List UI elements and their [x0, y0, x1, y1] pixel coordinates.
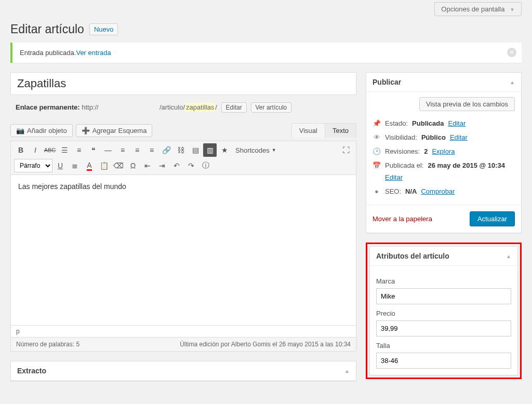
publish-title: Publicar [373, 78, 401, 86]
view-article-button[interactable]: Ver artículo [251, 102, 292, 113]
preview-changes-button[interactable]: Vista previa de los cambios [419, 97, 515, 111]
word-count: Número de palabras: 5 [16, 341, 79, 348]
state-label: Estado: [385, 119, 408, 127]
tab-text[interactable]: Texto [325, 123, 356, 138]
move-to-trash-link[interactable]: Mover a la papelera [373, 215, 432, 223]
excerpt-title: Extracto [17, 367, 46, 375]
bullet-list-icon[interactable]: ☰ [58, 143, 71, 157]
marca-label: Marca [376, 277, 511, 285]
strikethrough-icon[interactable]: ABC [43, 143, 57, 157]
unlink-icon[interactable]: ⛓ [174, 143, 188, 157]
edit-state-link[interactable]: Editar [448, 119, 466, 127]
justify-icon[interactable]: ≣ [68, 159, 82, 172]
attributes-title: Atributos del artículo [376, 252, 449, 260]
editor-toolbar: B I ABC ☰ ≡ ❝ — ≡ ≡ ≡ 🔗 ⛓ ▤ ▥ ★ Shortcod… [10, 141, 356, 175]
hr-icon[interactable]: — [101, 143, 115, 157]
link-icon[interactable]: 🔗 [159, 143, 173, 157]
revisions-value: 2 [424, 147, 428, 155]
talla-label: Talla [376, 342, 511, 349]
more-icon[interactable]: ▤ [189, 143, 202, 157]
clear-format-icon[interactable]: ⌫ [112, 159, 125, 172]
help-icon[interactable]: ⓘ [199, 159, 212, 172]
editor-path: p [10, 326, 356, 338]
revisions-label: Revisiones: [385, 147, 420, 155]
italic-icon[interactable]: I [29, 143, 42, 157]
visibility-value: Público [421, 133, 446, 141]
permalink-mid: /articulo/ [159, 103, 185, 111]
dot-icon: ● [373, 187, 381, 195]
toolbar-toggle-icon[interactable]: ▥ [203, 143, 217, 157]
attributes-box-header[interactable]: Atributos del artículo ▲ [370, 247, 517, 266]
redo-icon[interactable]: ↷ [184, 159, 198, 172]
chevron-down-icon: ▼ [272, 147, 276, 153]
precio-label: Precio [376, 309, 511, 317]
browse-revisions-link[interactable]: Explora [432, 147, 455, 155]
add-schema-button[interactable]: ➕ Agregar Esquema [76, 124, 153, 137]
underline-icon[interactable]: U [54, 159, 67, 172]
seo-value: N/A [405, 187, 417, 195]
blockquote-icon[interactable]: ❝ [87, 143, 100, 157]
screen-options-button[interactable]: Opciones de pantalla ▼ [434, 2, 522, 16]
permalink-label: Enlace permanente: [16, 103, 80, 111]
numbered-list-icon[interactable]: ≡ [72, 143, 86, 157]
talla-input[interactable] [376, 353, 511, 369]
text-color-icon[interactable]: A [83, 159, 96, 172]
chevron-up-icon: ▲ [344, 368, 350, 374]
attributes-highlight: Atributos del artículo ▲ Marca Precio Ta… [366, 243, 522, 379]
publish-box-header[interactable]: Publicar ▲ [366, 73, 521, 92]
add-schema-label: Agregar Esquema [92, 127, 147, 134]
add-media-button[interactable]: 📷 Añadir objeto [10, 124, 73, 137]
edit-visibility-link[interactable]: Editar [450, 133, 468, 141]
editor-content-area[interactable]: Las mejores zapatillas del mundo [10, 175, 356, 326]
fullscreen-icon[interactable]: ⛶ [339, 143, 353, 157]
post-title-input[interactable] [10, 72, 356, 95]
star-icon[interactable]: ★ [218, 143, 231, 157]
add-new-button[interactable]: Nuevo [89, 23, 118, 35]
permalink-row: Enlace permanente: http:// /articulo/zap… [10, 100, 356, 120]
marca-input[interactable] [376, 288, 511, 304]
attributes-box: Atributos del artículo ▲ Marca Precio Ta… [369, 246, 518, 375]
special-char-icon[interactable]: Ω [126, 159, 140, 172]
edit-date-link[interactable]: Editar [385, 173, 515, 181]
eye-icon: 👁 [373, 133, 381, 141]
align-left-icon[interactable]: ≡ [116, 143, 129, 157]
dismiss-notice-button[interactable]: ✕ [507, 48, 516, 57]
page-title: Editar artículo [10, 22, 84, 36]
paste-icon[interactable]: 📋 [97, 159, 111, 172]
precio-input[interactable] [376, 320, 511, 336]
permalink-prefix: http:// [82, 103, 99, 111]
last-edited: Última edición por Alberto Gomis el 26 m… [180, 341, 351, 348]
state-value: Publicada [412, 119, 444, 127]
chevron-up-icon: ▲ [506, 253, 511, 259]
shortcodes-label: Shortcodes [235, 146, 270, 154]
notice-text: Entrada publicada. [20, 49, 76, 57]
edit-permalink-button[interactable]: Editar [221, 102, 247, 113]
chevron-up-icon: ▲ [510, 79, 515, 85]
tab-visual[interactable]: Visual [291, 123, 325, 138]
outdent-icon[interactable]: ⇤ [141, 159, 154, 172]
indent-icon[interactable]: ⇥ [155, 159, 169, 172]
seo-label: SEO: [385, 187, 401, 195]
publish-box: Publicar ▲ Vista previa de los cambios 📌… [366, 72, 522, 233]
pin-icon: 📌 [373, 119, 381, 127]
visibility-label: Visibilidad: [385, 133, 417, 141]
permalink-suffix: / [215, 103, 217, 111]
plus-icon: ➕ [82, 127, 90, 134]
publish-notice: Entrada publicada. Ver entrada ✕ [10, 43, 522, 63]
published-value: 26 may de 2015 @ 10:34 [428, 161, 505, 169]
shortcodes-dropdown[interactable]: Shortcodes ▼ [232, 146, 280, 154]
screen-options-label: Opciones de pantalla [441, 5, 504, 13]
align-right-icon[interactable]: ≡ [145, 143, 158, 157]
format-select[interactable]: Párrafo [14, 159, 52, 172]
excerpt-box-header[interactable]: Extracto ▲ [11, 361, 356, 381]
check-seo-link[interactable]: Comprobar [421, 187, 455, 195]
bold-icon[interactable]: B [14, 143, 28, 157]
view-entry-link[interactable]: Ver entrada [76, 49, 111, 57]
chevron-down-icon: ▼ [510, 7, 515, 12]
add-media-label: Añadir objeto [27, 127, 67, 134]
update-button[interactable]: Actualizar [470, 211, 515, 226]
permalink-slug: zapatillas [185, 103, 215, 112]
revisions-icon: 🕑 [373, 147, 381, 155]
align-center-icon[interactable]: ≡ [130, 143, 144, 157]
undo-icon[interactable]: ↶ [170, 159, 183, 172]
